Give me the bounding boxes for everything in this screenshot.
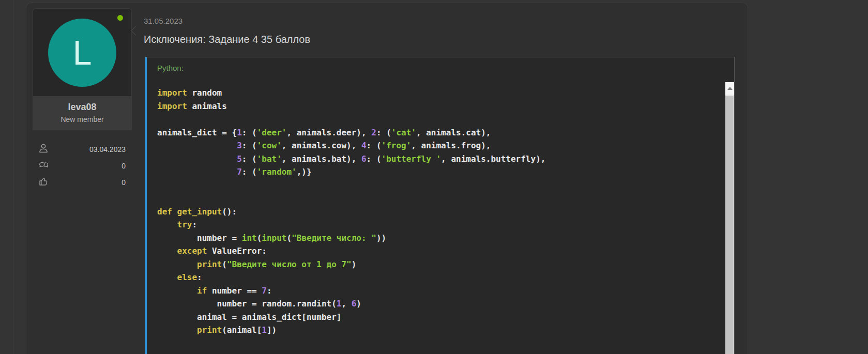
code-line: if number == 7: — [157, 284, 713, 298]
stat-value: 03.04.2023 — [89, 145, 126, 153]
code-block-header: Python: — [147, 57, 734, 82]
code-line: animal = animals_dict[number] — [157, 311, 713, 324]
user-stats: 03.04.202300 — [33, 130, 132, 191]
stat-row: 03.04.2023 — [38, 141, 126, 158]
stat-value: 0 — [121, 162, 126, 170]
code-line: def get_input(): — [157, 205, 713, 219]
code-line: import animals — [157, 100, 713, 113]
code-line: print(animal[1]) — [157, 324, 713, 337]
code-scrollbar[interactable] — [725, 82, 734, 354]
post-title: Исключения: Задание 4 35 баллов — [144, 34, 310, 45]
stat-value: 0 — [121, 178, 126, 187]
code-line: 3: ('cow', animals.cow), 4: ('frog', ani… — [157, 139, 713, 152]
avatar[interactable]: L — [48, 19, 116, 87]
messages-icon — [38, 159, 49, 173]
code-line — [157, 179, 713, 192]
username-link[interactable]: leva08 — [35, 102, 130, 113]
user-icon — [38, 143, 49, 156]
code-block: Python: import randomimport animals anim… — [145, 57, 735, 354]
avatar-box: L — [33, 8, 132, 96]
message-arrow — [131, 26, 140, 35]
forum-post-panel: L leva08 New member 03.04.202300 31.05.2… — [26, 3, 748, 354]
code-line — [157, 192, 713, 205]
code-line: 5: ('bat', animals.bat), 6: ('butterfly … — [157, 152, 713, 166]
code-line: number = random.randint(1, 6) — [157, 297, 713, 311]
scroll-thumb[interactable] — [725, 96, 734, 354]
scroll-up-icon — [727, 87, 733, 90]
user-card: L leva08 New member 03.04.202300 — [33, 8, 132, 191]
page-left-divider — [13, 0, 13, 354]
page: { "theme": { "page_bg": "#343434", "pane… — [0, 0, 868, 354]
code-line: animals_dict = {1: ('deer', animals.deer… — [157, 126, 713, 140]
code-line: import random — [157, 86, 713, 100]
code-line: number = int(input("Введите число: ")) — [157, 232, 713, 245]
code-content: import randomimport animals animals_dict… — [147, 82, 734, 341]
post-date: 31.05.2023 — [144, 17, 182, 25]
user-name-strip: leva08 New member — [33, 96, 132, 130]
code-line: print("Введите число от 1 до 7") — [157, 258, 713, 271]
user-role: New member — [35, 115, 130, 124]
code-scroll-area[interactable]: import randomimport animals animals_dict… — [147, 82, 734, 354]
likes-icon — [38, 176, 49, 189]
stat-row: 0 — [38, 174, 126, 191]
code-line: 7: ('random',)} — [157, 165, 713, 179]
code-line: except ValueError: — [157, 244, 713, 258]
code-line — [157, 113, 713, 126]
avatar-letter: L — [73, 33, 92, 72]
online-indicator — [117, 15, 123, 21]
code-line: else: — [157, 271, 713, 284]
code-line: try: — [157, 218, 713, 232]
scroll-up-button[interactable] — [725, 82, 734, 94]
stat-row: 0 — [38, 158, 126, 174]
code-language-label: Python: — [157, 64, 184, 72]
